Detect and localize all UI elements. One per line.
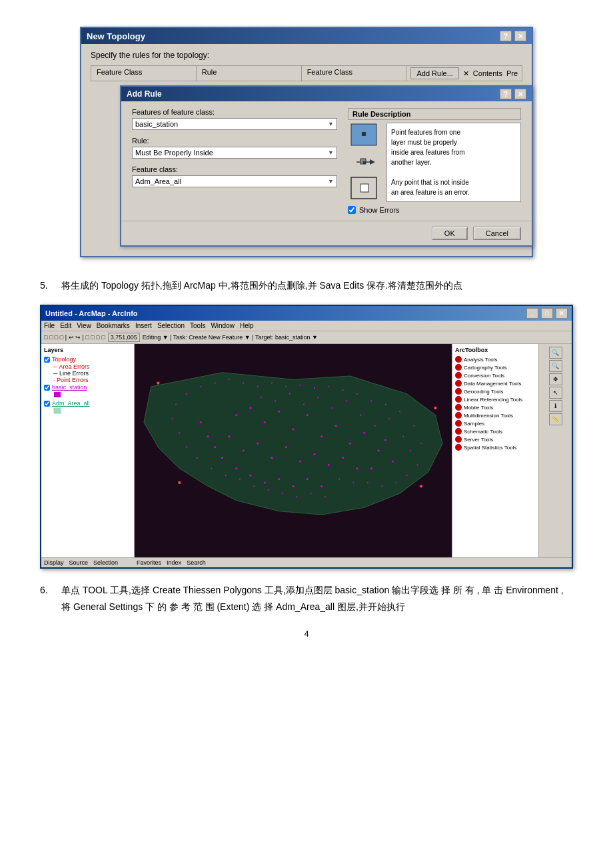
add-rule-dialog: Add Rule ? ✕ Features of feature class: … — [120, 85, 533, 247]
status-index[interactable]: Index — [167, 559, 181, 566]
svg-rect-9 — [54, 408, 61, 413]
coord-display: 3,751,005 — [108, 333, 140, 342]
add-rule-body: Features of feature class: basic_station… — [121, 101, 532, 221]
show-errors-checkbox[interactable] — [348, 206, 356, 214]
zoom-out-button[interactable]: 🔍 — [549, 360, 562, 372]
layer-adm-checkbox[interactable] — [44, 401, 50, 407]
svg-point-33 — [249, 475, 251, 477]
toolbox-data-mgmt-label: Data Management Tools — [464, 381, 522, 387]
select-button[interactable]: ↖ — [549, 387, 562, 399]
add-rule-title: Add Rule — [127, 89, 162, 99]
help-button[interactable]: ? — [500, 31, 512, 41]
rule-dropdown[interactable]: Must Be Properly Inside ▼ — [132, 147, 337, 159]
close-button[interactable]: ✕ — [514, 31, 526, 41]
svg-point-77 — [211, 468, 212, 469]
contents-button[interactable]: Contents — [473, 69, 502, 77]
identify-button[interactable]: ℹ — [549, 400, 562, 412]
col-rule: Rule — [197, 66, 302, 81]
status-favorites[interactable]: Favorites — [137, 559, 161, 566]
toolbox-cartography[interactable]: Cartography Tools — [455, 363, 536, 371]
add-rule-button[interactable]: Add Rule... — [410, 67, 458, 79]
cancel-button[interactable]: Cancel — [473, 227, 521, 240]
arcmap-toolbar: □ □ □ □ | ↩ ↪ | □ □ □ □ 3,751,005 Editin… — [41, 331, 572, 344]
layer-topology[interactable]: Topology — [44, 355, 131, 363]
close-x-button[interactable]: ✕ — [463, 69, 469, 78]
measure-button[interactable]: 📏 — [549, 413, 562, 425]
svg-rect-7 — [360, 184, 368, 192]
menu-help[interactable]: Help — [240, 322, 254, 329]
toolbox-mobile[interactable]: Mobile Tools — [455, 403, 536, 411]
svg-point-72 — [282, 493, 283, 494]
arcmap-maximize[interactable]: □ — [541, 308, 553, 319]
menu-selection[interactable]: Selection — [157, 322, 185, 329]
svg-point-30 — [356, 467, 358, 469]
svg-point-36 — [292, 485, 294, 487]
tab-source[interactable]: Source — [69, 559, 89, 566]
toolbox-spatial-stats[interactable]: Spatial Statistics Tools — [455, 443, 536, 451]
menu-bookmarks[interactable]: Bookmarks — [97, 322, 130, 329]
arcmap-close[interactable]: ✕ — [556, 308, 568, 319]
layer-basic-checkbox[interactable] — [44, 385, 50, 391]
toolbox-analysis[interactable]: Analysis Tools — [455, 355, 536, 363]
geocoding-icon — [455, 388, 462, 395]
ok-button[interactable]: OK — [432, 227, 468, 240]
menu-view[interactable]: View — [77, 322, 91, 329]
show-errors-row: Show Errors — [348, 206, 521, 214]
map-svg — [135, 344, 452, 557]
toolbox-mobile-label: Mobile Tools — [464, 405, 493, 411]
layer-topology-checkbox[interactable] — [44, 357, 50, 363]
svg-point-43 — [392, 461, 394, 463]
menu-file[interactable]: File — [44, 322, 55, 329]
pan-button[interactable]: ✥ — [549, 373, 562, 385]
menu-edit[interactable]: Edit — [60, 322, 71, 329]
toolbox-server[interactable]: Server Tools — [455, 435, 536, 443]
svg-point-85 — [215, 383, 216, 384]
feature-class2-dropdown[interactable]: Adm_Area_all ▼ — [132, 175, 337, 187]
svg-point-63 — [406, 475, 408, 476]
zoom-in-button[interactable]: 🔍 — [549, 347, 562, 359]
topology-table-header: Feature Class Rule Feature Class Add Rul… — [91, 65, 522, 81]
add-rule-close-button[interactable]: ✕ — [514, 89, 526, 99]
rule-icon-1 — [350, 123, 379, 148]
svg-point-38 — [320, 485, 322, 487]
arcmap-minimize[interactable]: _ — [526, 308, 538, 319]
layer-basic-station[interactable]: basic_station — [44, 383, 131, 391]
preview-button[interactable]: Pre — [506, 69, 518, 77]
svg-point-80 — [179, 432, 180, 433]
tab-selection[interactable]: Selection — [93, 559, 118, 566]
toolbox-cartography-label: Cartography Tools — [464, 365, 507, 371]
menu-insert[interactable]: Insert — [135, 322, 152, 329]
status-search[interactable]: Search — [187, 559, 206, 566]
add-rule-help-button[interactable]: ? — [500, 89, 512, 99]
samples-icon — [455, 420, 462, 427]
toolbox-schematic[interactable]: Schematic Tools — [455, 427, 536, 435]
toolbox-geocoding[interactable]: Geocoding Tools — [455, 387, 536, 395]
arcmap-menubar: File Edit View Bookmarks Insert Selectio… — [41, 321, 572, 331]
svg-point-62 — [417, 464, 418, 465]
feature-class-dropdown[interactable]: basic_station ▼ — [132, 118, 337, 130]
toolbox-samples[interactable]: Samples — [455, 419, 536, 427]
svg-marker-3 — [370, 159, 375, 165]
svg-point-61 — [410, 450, 411, 451]
server-icon — [455, 436, 462, 443]
layer-point-errors: · Point Errors — [44, 377, 131, 383]
svg-point-46 — [434, 407, 436, 409]
toolbox-conversion[interactable]: Conversion Tools — [455, 371, 536, 379]
menu-tools[interactable]: Tools — [190, 322, 205, 329]
toolbox-multidimension[interactable]: Multidimension Tools — [455, 411, 536, 419]
svg-point-68 — [338, 479, 340, 480]
toolbox-panel: ArcToolbox Analysis Tools Cartography To… — [452, 344, 538, 557]
svg-point-82 — [175, 404, 177, 405]
topology-window: New Topology ? ✕ Specify the rules for t… — [80, 27, 533, 257]
tab-display[interactable]: Display — [44, 559, 64, 566]
feature-class-value: basic_station — [135, 120, 178, 128]
layer-adm-area[interactable]: Adm_Area_all — [44, 399, 131, 407]
page-number-container: 4 — [40, 629, 573, 639]
toolbox-linear-ref[interactable]: Linear Referencing Tools — [455, 395, 536, 403]
svg-point-73 — [268, 489, 269, 491]
toolbox-data-mgmt[interactable]: Data Management Tools — [455, 379, 536, 387]
toolbox-spatial-stats-label: Spatial Statistics Tools — [464, 445, 516, 451]
menu-window[interactable]: Window — [211, 322, 235, 329]
layer-topology-name: Topology — [52, 356, 76, 363]
add-rule-right: Rule Description — [348, 108, 521, 214]
